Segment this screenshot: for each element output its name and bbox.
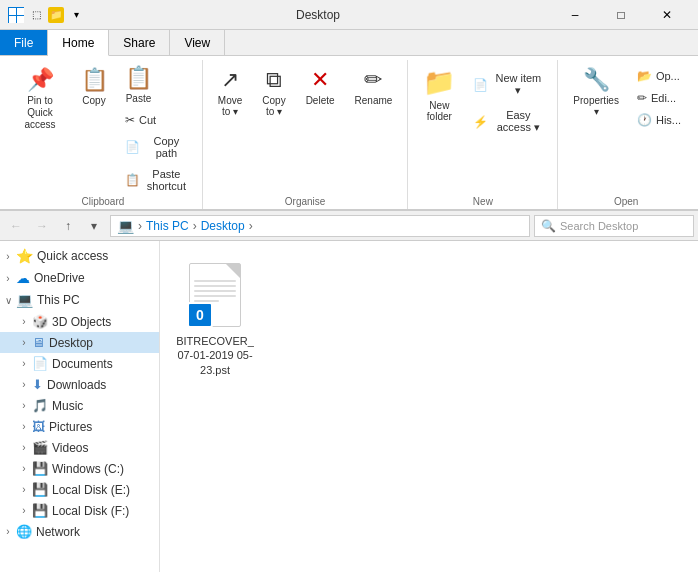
edit-button[interactable]: ✏ Edi... — [630, 88, 688, 108]
tab-share[interactable]: Share — [109, 30, 170, 55]
sidebar-item-music[interactable]: › 🎵 Music — [0, 395, 159, 416]
page-corner — [226, 264, 240, 278]
cut-button[interactable]: ✂ Cut — [118, 110, 196, 130]
sidebar-item-local-disk-f[interactable]: › 💾 Local Disk (F:) — [0, 500, 159, 521]
new-item-button[interactable]: 📄 New item ▾ — [466, 68, 551, 101]
windows-c-icon: 💾 — [32, 461, 48, 476]
folder-icon[interactable]: 📁 — [48, 7, 64, 23]
sidebar-item-quick-access[interactable]: › ⭐ Quick access — [0, 245, 159, 267]
history-button[interactable]: 🕐 His... — [630, 110, 688, 130]
search-icon: 🔍 — [541, 219, 556, 233]
sidebar-label: OneDrive — [34, 271, 85, 285]
sidebar-label: Windows (C:) — [52, 462, 124, 476]
sidebar-item-downloads[interactable]: › ⬇ Downloads — [0, 374, 159, 395]
new-folder-icon: 📁 — [423, 67, 455, 98]
paste-shortcut-icon: 📋 — [125, 174, 140, 186]
properties-button[interactable]: 🔧 Properties▾ — [564, 60, 628, 124]
cut-icon: ✂ — [125, 114, 135, 126]
minimize-button[interactable]: – — [552, 0, 598, 30]
rename-label: Rename — [355, 95, 393, 106]
easy-access-icon: ⚡ — [473, 116, 488, 128]
pictures-icon: 🖼 — [32, 419, 45, 434]
copy-icon: 📋 — [81, 67, 108, 93]
back-button[interactable]: ← — [4, 214, 28, 238]
quick-access-icon: ⬚ — [28, 7, 44, 23]
expand-icon: › — [16, 400, 32, 411]
quick-access-icon: ⭐ — [16, 248, 33, 264]
ribbon-group-new: 📁 Newfolder 📄 New item ▾ ⚡ Easy access ▾… — [408, 60, 558, 209]
delete-button[interactable]: ✕ Delete — [297, 60, 344, 113]
paste-button[interactable]: 📋 Paste — [118, 60, 159, 109]
copy-path-label: Copy path — [144, 135, 189, 159]
down-arrow-icon[interactable]: ▾ — [68, 7, 84, 23]
sidebar-label: Documents — [52, 357, 113, 371]
new-folder-button[interactable]: 📁 Newfolder — [414, 60, 464, 129]
tab-home[interactable]: Home — [48, 30, 109, 56]
close-button[interactable]: ✕ — [644, 0, 690, 30]
tab-view[interactable]: View — [170, 30, 225, 55]
sidebar-label: Videos — [52, 441, 88, 455]
tab-file[interactable]: File — [0, 30, 48, 55]
sidebar-item-desktop[interactable]: › 🖥 Desktop — [0, 332, 159, 353]
maximize-button[interactable]: □ — [598, 0, 644, 30]
expand-icon: › — [0, 273, 16, 284]
expand-icon: › — [16, 316, 32, 327]
local-disk-f-icon: 💾 — [32, 503, 48, 518]
sidebar-item-documents[interactable]: › 📄 Documents — [0, 353, 159, 374]
pin-icon: 📌 — [27, 67, 54, 93]
sidebar-item-onedrive[interactable]: › ☁ OneDrive — [0, 267, 159, 289]
rename-button[interactable]: ✏ Rename — [346, 60, 402, 113]
copy-to-label: Copyto ▾ — [262, 95, 285, 117]
path-this-pc[interactable]: This PC — [146, 219, 189, 233]
sidebar-label: Local Disk (E:) — [52, 483, 130, 497]
videos-icon: 🎬 — [32, 440, 48, 455]
recent-button[interactable]: ▾ — [82, 214, 106, 238]
titlebar-icons: ⬚ 📁 ▾ — [8, 7, 84, 23]
svg-rect-0 — [9, 8, 16, 15]
open-icon: 📂 — [637, 70, 652, 82]
forward-button[interactable]: → — [30, 214, 54, 238]
easy-access-button[interactable]: ⚡ Easy access ▾ — [466, 105, 551, 138]
copy-to-button[interactable]: ⧉ Copyto ▾ — [253, 60, 294, 124]
pin-quick-access-button[interactable]: 📌 Pin to Quick access — [10, 60, 70, 138]
address-path[interactable]: 💻 › This PC › Desktop › — [110, 215, 530, 237]
sidebar-item-windows-c[interactable]: › 💾 Windows (C:) — [0, 458, 159, 479]
sidebar-item-pictures[interactable]: › 🖼 Pictures — [0, 416, 159, 437]
copy-path-icon: 📄 — [125, 141, 140, 153]
onedrive-icon: ☁ — [16, 270, 30, 286]
expand-icon: › — [16, 463, 32, 474]
copy-button[interactable]: 📋 Copy — [72, 60, 116, 113]
sidebar-item-network[interactable]: › 🌐 Network — [0, 521, 159, 542]
move-to-icon: ↗ — [221, 67, 239, 93]
sidebar-item-3d-objects[interactable]: › 🎲 3D Objects — [0, 311, 159, 332]
copy-to-icon: ⧉ — [266, 67, 282, 93]
move-to-button[interactable]: ↗ Moveto ▾ — [209, 60, 251, 124]
history-label: His... — [656, 114, 681, 126]
file-item-pst[interactable]: 0 BITRECOVER_07-01-2019 05-23.pst — [170, 251, 260, 386]
copy-path-button[interactable]: 📄 Copy path — [118, 131, 196, 163]
sidebar-item-local-disk-e[interactable]: › 💾 Local Disk (E:) — [0, 479, 159, 500]
app-icon — [8, 7, 24, 23]
paste-shortcut-button[interactable]: 📋 Paste shortcut — [118, 164, 196, 196]
sidebar-item-videos[interactable]: › 🎬 Videos — [0, 437, 159, 458]
ribbon-group-open: 🔧 Properties▾ 📂 Op... ✏ Edi... 🕐 His... … — [558, 60, 694, 209]
downloads-icon: ⬇ — [32, 377, 43, 392]
path-desktop[interactable]: Desktop — [201, 219, 245, 233]
properties-label: Properties▾ — [573, 95, 619, 117]
expand-icon: › — [16, 421, 32, 432]
new-item-label: New item ▾ — [492, 72, 544, 97]
open-btn[interactable]: 📂 Op... — [630, 66, 688, 86]
page-line — [194, 285, 236, 287]
sidebar-label: Downloads — [47, 378, 106, 392]
new-small-col: 📄 New item ▾ ⚡ Easy access ▾ — [466, 60, 551, 138]
edit-icon: ✏ — [637, 92, 647, 104]
ribbon-group-clipboard: 📌 Pin to Quick access 📋 Copy 📋 Paste ✂ C — [4, 60, 203, 209]
search-box[interactable]: 🔍 Search Desktop — [534, 215, 694, 237]
delete-icon: ✕ — [311, 67, 329, 93]
ribbon-tabs: File Home Share View — [0, 30, 698, 56]
paste-icon: 📋 — [125, 65, 152, 91]
up-button[interactable]: ↑ — [56, 214, 80, 238]
sidebar-item-this-pc[interactable]: ∨ 💻 This PC — [0, 289, 159, 311]
sidebar-label: Network — [36, 525, 80, 539]
expand-icon: › — [0, 526, 16, 537]
